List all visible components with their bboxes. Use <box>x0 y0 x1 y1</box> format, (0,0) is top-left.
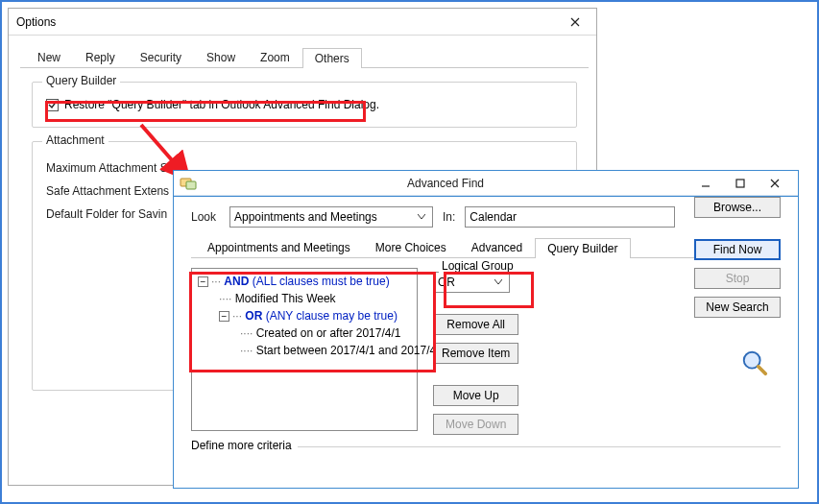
svg-rect-1 <box>186 181 196 189</box>
options-tabs: New Reply Security Show Zoom Others <box>20 47 589 68</box>
chevron-down-icon <box>492 279 505 285</box>
or-keyword: OR <box>245 309 262 323</box>
tab-zoom[interactable]: Zoom <box>248 47 302 67</box>
look-row: Look Appointments and Meetings In: Calen… <box>191 206 781 228</box>
find-now-button[interactable]: Find Now <box>694 239 781 260</box>
collapse-icon[interactable]: − <box>198 276 208 287</box>
af-tab-more[interactable]: More Choices <box>363 237 459 257</box>
logical-combo[interactable]: OR <box>433 272 510 293</box>
and-paren: (ALL clauses must be true) <box>253 275 390 288</box>
options-title: Options <box>16 15 562 29</box>
af-tab-appts[interactable]: Appointments and Meetings <box>195 237 363 257</box>
querybuilder-fieldset: Query Builder Restore "Query Builder" ta… <box>32 82 577 128</box>
af-tab-advanced[interactable]: Advanced <box>459 237 535 257</box>
look-label: Look <box>191 210 220 224</box>
look-combo[interactable]: Appointments and Meetings <box>229 206 433 228</box>
remove-all-button[interactable]: Remove All <box>433 314 518 335</box>
or-paren: (ANY clause may be true) <box>266 309 397 323</box>
define-criteria-label: Define more criteria <box>191 439 298 452</box>
tab-show[interactable]: Show <box>194 47 248 67</box>
af-tabs: Appointments and Meetings More Choices A… <box>191 237 781 258</box>
advanced-find-window: Advanced Find Look Appointments and Meet… <box>173 170 799 489</box>
tree-item[interactable]: Start between 2017/4/1 and 2017/4/10 <box>256 344 452 357</box>
querybuilder-legend: Query Builder <box>42 74 120 87</box>
right-column: Browse... Find Now Stop New Search <box>694 197 781 318</box>
mid-column: Logical Group OR Remove All Remove Item … <box>433 268 518 435</box>
remove-item-button[interactable]: Remove Item <box>433 343 518 364</box>
app-icon <box>180 176 197 191</box>
magnifier-icon <box>740 348 769 380</box>
tree-item[interactable]: Modified This Week <box>235 292 336 305</box>
restore-qb-checkbox[interactable] <box>46 99 59 111</box>
logical-label: Logical Group <box>439 259 517 273</box>
in-label: In: <box>443 210 455 224</box>
collapse-icon[interactable]: − <box>219 311 229 322</box>
close-icon[interactable] <box>562 12 589 33</box>
logical-group-box: Logical Group OR <box>433 268 518 293</box>
minimize-icon[interactable] <box>688 173 723 194</box>
new-search-button[interactable]: New Search <box>694 297 781 318</box>
options-titlebar: Options <box>9 9 596 36</box>
af-title: Advanced Find <box>203 177 688 190</box>
svg-rect-2 <box>736 180 744 187</box>
move-down-button[interactable]: Move Down <box>433 414 518 435</box>
tab-others[interactable]: Others <box>302 48 362 68</box>
define-criteria-section: Define more criteria <box>191 446 781 447</box>
and-keyword: AND <box>224 275 249 288</box>
restore-qb-label: Restore "Query Builder" tab in Outlook A… <box>64 98 379 111</box>
tab-security[interactable]: Security <box>128 47 194 67</box>
tab-reply[interactable]: Reply <box>73 47 128 67</box>
in-value: Calendar <box>470 210 517 224</box>
query-builder-area: −··· AND (ALL clauses must be true) ····… <box>191 268 781 435</box>
close-icon[interactable] <box>758 173 792 194</box>
tab-new[interactable]: New <box>25 47 73 67</box>
in-field[interactable]: Calendar <box>465 206 675 228</box>
stop-button[interactable]: Stop <box>694 268 781 289</box>
browse-button[interactable]: Browse... <box>694 197 781 218</box>
clause-tree[interactable]: −··· AND (ALL clauses must be true) ····… <box>191 268 418 431</box>
af-titlebar: Advanced Find <box>174 171 798 196</box>
logical-value: OR <box>438 276 492 289</box>
look-value: Appointments and Meetings <box>234 210 415 224</box>
chevron-down-icon <box>415 214 428 220</box>
tree-item[interactable]: Created on or after 2017/4/1 <box>256 326 401 340</box>
af-tab-querybuilder[interactable]: Query Builder <box>535 238 630 258</box>
move-up-button[interactable]: Move Up <box>433 385 518 406</box>
attachment-legend: Attachment <box>42 133 108 147</box>
maximize-icon[interactable] <box>723 173 758 194</box>
